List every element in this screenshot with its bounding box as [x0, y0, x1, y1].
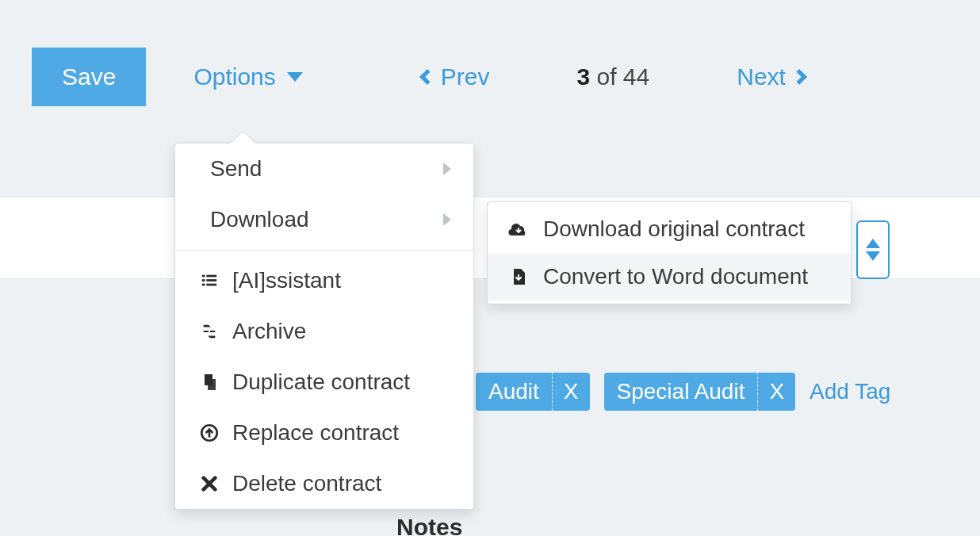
prev-button[interactable]: Prev [422, 63, 490, 90]
submenu-label: Download original contract [543, 216, 805, 242]
tag-remove-button[interactable]: X [552, 373, 590, 411]
submenu-item-download-original[interactable]: Download original contract [488, 205, 851, 253]
page-sep: of [590, 63, 623, 90]
svg-rect-2 [202, 279, 205, 281]
toolbar: Save Options Prev 3 of 44 Next [0, 0, 980, 138]
prev-label: Prev [441, 63, 490, 90]
pager: Prev 3 of 44 Next [422, 63, 805, 90]
menu-label: Send [210, 156, 262, 182]
tag-label: Special Audit [604, 373, 758, 411]
options-menu-trigger[interactable]: Options [193, 63, 302, 90]
menu-item-archive[interactable]: Archive [175, 306, 473, 357]
options-dropdown: Send Download [AI]ssistant Archive Dupli… [174, 143, 474, 510]
file-download-icon [507, 266, 530, 288]
svg-rect-1 [206, 275, 216, 278]
submenu-item-convert-word[interactable]: Convert to Word document [488, 253, 851, 301]
tag-label: Audit [476, 373, 552, 411]
duplicate-icon [197, 372, 221, 392]
triangle-up-icon [866, 239, 880, 248]
cloud-download-icon [507, 218, 530, 240]
menu-item-download[interactable]: Download [175, 194, 473, 245]
chevron-right-icon [443, 213, 451, 226]
menu-item-duplicate[interactable]: Duplicate contract [175, 357, 473, 408]
download-submenu: Download original contract Convert to Wo… [487, 201, 852, 304]
next-button[interactable]: Next [737, 63, 805, 90]
menu-item-delete[interactable]: Delete contract [175, 458, 473, 509]
tags-row: Audit X Special Audit X Add Tag [476, 373, 890, 411]
menu-label: Delete contract [232, 471, 381, 496]
notes-heading: Notes [396, 514, 462, 536]
tag-chip: Special Audit X [604, 373, 796, 411]
upload-circle-icon [197, 423, 221, 443]
chevron-right-icon [443, 163, 451, 175]
page-current: 3 [576, 63, 590, 90]
archive-icon [197, 321, 221, 342]
caret-down-icon [287, 72, 303, 82]
save-button[interactable]: Save [32, 48, 146, 106]
add-tag-link[interactable]: Add Tag [810, 379, 890, 404]
chevron-left-icon [419, 69, 435, 85]
next-label: Next [737, 63, 786, 90]
submenu-label: Convert to Word document [543, 264, 808, 289]
close-icon [197, 473, 221, 494]
svg-rect-3 [206, 279, 216, 281]
options-label: Options [193, 63, 275, 90]
menu-label: Archive [232, 319, 306, 344]
menu-label: [AI]ssistant [232, 268, 341, 293]
menu-label: Replace contract [232, 420, 399, 446]
menu-separator [175, 250, 473, 251]
tag-chip: Audit X [476, 373, 590, 411]
chevron-right-icon [791, 69, 807, 85]
svg-rect-4 [202, 284, 205, 286]
stepper-control[interactable] [856, 220, 890, 279]
list-icon [197, 270, 221, 291]
menu-item-send[interactable]: Send [175, 144, 473, 194]
page-total: 44 [623, 63, 649, 90]
tag-remove-button[interactable]: X [757, 373, 795, 411]
menu-item-replace[interactable]: Replace contract [175, 408, 473, 458]
svg-rect-0 [202, 275, 205, 278]
svg-rect-5 [206, 284, 216, 286]
menu-label: Download [210, 207, 309, 232]
menu-item-assistant[interactable]: [AI]ssistant [175, 255, 473, 306]
triangle-down-icon [866, 251, 880, 261]
page-count: 3 of 44 [576, 63, 649, 90]
menu-label: Duplicate contract [232, 369, 410, 395]
